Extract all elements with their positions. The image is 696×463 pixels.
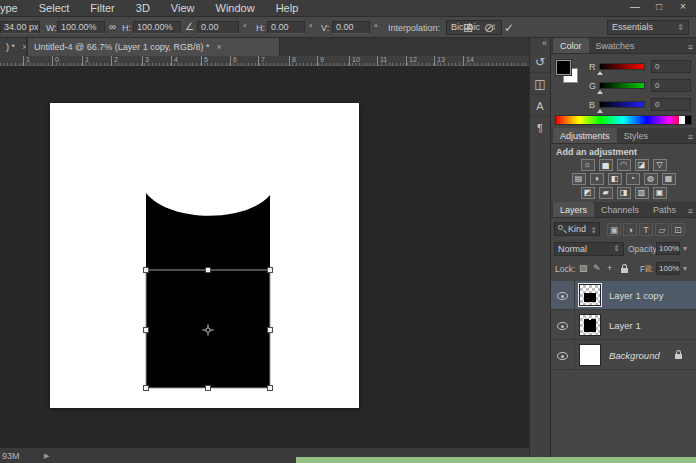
canvas-viewport[interactable] (0, 66, 529, 447)
lock-pixels-icon[interactable]: ✎ (593, 263, 601, 273)
visibility-eye-icon[interactable] (557, 292, 568, 300)
horizontal-ruler[interactable]: 1 0 1 2 3 4 5 6 7 8 9 10 11 12 13 14 (0, 56, 529, 66)
tab-layers[interactable]: Layers (553, 202, 594, 217)
adj-brightness-contrast-icon[interactable]: ☼ (581, 159, 595, 171)
tab-close-icon[interactable]: × (22, 42, 27, 52)
active-document-tab[interactable]: Untitled-4 @ 66.7% (Layer 1 copy, RGB/8)… (28, 38, 280, 56)
commit-transform-icon[interactable]: ✓ (504, 21, 514, 35)
tab-styles[interactable]: Styles (617, 128, 656, 143)
transform-height-field[interactable]: 100.00% (133, 21, 181, 34)
tab-paths[interactable]: Paths (646, 202, 683, 217)
paragraph-panel-icon[interactable]: ¶ (530, 117, 550, 139)
adj-channel-mixer-icon[interactable]: ◍ (644, 173, 658, 185)
h-skew-field[interactable]: 0.00 (267, 21, 305, 34)
adj-gradient-map-icon[interactable]: ▥ (635, 187, 649, 199)
handle-bottom-center[interactable] (206, 386, 211, 391)
restore-icon[interactable]: □ (652, 1, 666, 12)
adj-black-white-icon[interactable]: ◧ (608, 173, 622, 185)
layer-name[interactable]: Background (609, 350, 660, 361)
tab-channels[interactable]: Channels (594, 202, 646, 217)
blue-slider-handle[interactable] (597, 109, 603, 113)
opacity-dropdown-icon[interactable]: ▾ (683, 244, 687, 253)
layer-row-background[interactable]: Background (551, 341, 696, 370)
layer-filter-kind-dropdown[interactable]: Kind ⇕ (554, 222, 600, 236)
menu-filter[interactable]: Filter (90, 2, 114, 14)
type-filter-icon[interactable]: T (639, 223, 653, 236)
lock-transparency-icon[interactable]: ▨ (579, 263, 588, 273)
menu-help[interactable]: Help (276, 2, 299, 14)
pixel-filter-icon[interactable]: ▣ (607, 223, 621, 236)
close-icon[interactable]: × (676, 1, 690, 12)
character-panel-icon[interactable]: A (530, 95, 550, 117)
layer-name[interactable]: Layer 1 copy (609, 290, 663, 301)
adj-levels-icon[interactable]: ▅ (599, 159, 613, 171)
blend-mode-dropdown[interactable]: Normal ⇕ (554, 242, 624, 256)
shape-filter-icon[interactable]: ▱ (655, 223, 669, 236)
adj-invert-icon[interactable]: ◩ (581, 187, 595, 199)
handle-bottom-right[interactable] (268, 386, 273, 391)
adj-hue-saturation-icon[interactable]: ▤ (572, 173, 586, 185)
visibility-eye-icon[interactable] (557, 322, 568, 330)
menu-view[interactable]: View (171, 2, 195, 14)
handle-mid-left[interactable] (144, 328, 149, 333)
panel-menu-icon[interactable]: ≡ (688, 132, 693, 142)
menu-type[interactable]: ype (0, 2, 18, 14)
artboard-canvas[interactable] (50, 103, 359, 408)
warp-mode-icon[interactable]: ⊞ (463, 21, 473, 35)
adjustment-filter-icon[interactable]: ◑ (623, 223, 637, 236)
adj-color-balance-icon[interactable]: ◑ (590, 173, 604, 185)
adj-color-lookup-icon[interactable]: ▦ (662, 173, 676, 185)
handle-top-center[interactable] (206, 268, 211, 273)
black-chip[interactable] (685, 116, 691, 124)
tab-swatches[interactable]: Swatches (589, 38, 642, 53)
lock-all-icon[interactable] (621, 268, 628, 273)
adj-curves-icon[interactable]: ◠ (617, 159, 631, 171)
handle-mid-right[interactable] (268, 328, 273, 333)
smart-object-filter-icon[interactable]: ⊡ (671, 223, 685, 236)
adj-posterize-icon[interactable]: ▰ (599, 187, 613, 199)
menu-select[interactable]: Select (39, 2, 70, 14)
fill-field[interactable]: 100% (656, 262, 680, 275)
tab-color[interactable]: Color (553, 38, 589, 53)
layer-name[interactable]: Layer 1 (609, 320, 641, 331)
adj-selective-color-icon[interactable]: ▣ (653, 187, 667, 199)
layer-row-layer-1-copy[interactable]: Layer 1 copy (551, 281, 696, 310)
history-panel-icon[interactable]: ↺ (530, 51, 550, 73)
tab-adjustments[interactable]: Adjustments (553, 128, 617, 143)
handle-bottom-left[interactable] (144, 386, 149, 391)
layer-thumbnail[interactable] (579, 314, 601, 336)
blue-slider[interactable] (599, 101, 645, 108)
color-spectrum-bar[interactable] (555, 115, 692, 125)
workspace-dropdown[interactable]: Essentials⇕ (607, 20, 689, 35)
fill-dropdown-icon[interactable]: ▾ (683, 264, 687, 273)
cancel-transform-icon[interactable]: ⊘ (484, 21, 494, 35)
minimize-icon[interactable]: — (628, 1, 642, 12)
blue-value-field[interactable]: 0 (651, 98, 691, 111)
layer-row-layer-1[interactable]: Layer 1 (551, 311, 696, 340)
green-slider[interactable] (599, 82, 645, 89)
red-slider-handle[interactable] (597, 71, 603, 75)
menu-window[interactable]: Window (216, 2, 255, 14)
visibility-eye-icon[interactable] (557, 352, 568, 360)
adj-vibrance-icon[interactable]: ▽ (653, 159, 667, 171)
green-slider-handle[interactable] (597, 90, 603, 94)
panel-menu-icon[interactable]: ≡ (688, 42, 693, 52)
properties-panel-icon[interactable]: ◫ (530, 73, 550, 95)
adj-exposure-icon[interactable]: ◪ (635, 159, 649, 171)
transform-y-field[interactable]: 34.00 px (0, 21, 40, 34)
handle-top-left[interactable] (144, 268, 149, 273)
adj-threshold-icon[interactable]: ◨ (617, 187, 631, 199)
lock-position-icon[interactable]: + (607, 263, 612, 273)
panel-menu-icon[interactable]: ≡ (688, 206, 693, 216)
handle-top-right[interactable] (268, 268, 273, 273)
layer-thumbnail[interactable] (579, 284, 601, 306)
opacity-field[interactable]: 100% (656, 242, 680, 255)
menu-3d[interactable]: 3D (136, 2, 150, 14)
red-value-field[interactable]: 0 (651, 60, 691, 73)
rotate-field[interactable]: 0.00 (197, 21, 239, 34)
adj-photo-filter-icon[interactable]: ◔ (626, 173, 640, 185)
link-dimensions-icon[interactable]: ∞ (109, 21, 116, 32)
v-skew-field[interactable]: 0.00 (332, 21, 370, 34)
green-value-field[interactable]: 0 (651, 79, 691, 92)
status-flyout-arrow-icon[interactable]: ▶ (44, 452, 49, 460)
